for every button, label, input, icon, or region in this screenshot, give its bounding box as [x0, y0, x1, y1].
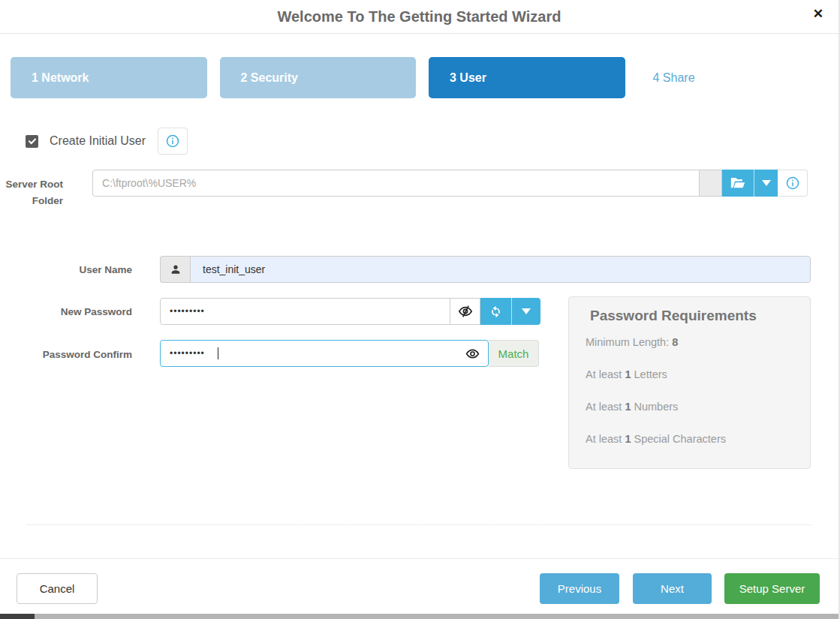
info-icon: [166, 134, 179, 148]
user-name-label: User Name: [0, 262, 132, 278]
folder-dropdown-button[interactable]: [754, 170, 778, 197]
user-name-input[interactable]: [190, 256, 811, 283]
tab-share[interactable]: 4 Share: [638, 57, 829, 98]
horizontal-scrollbar[interactable]: [0, 614, 838, 619]
user-addon: [160, 256, 190, 283]
check-icon: [28, 137, 37, 146]
cancel-button[interactable]: Cancel: [17, 573, 98, 604]
requirement-letters: At least 1 Letters: [586, 368, 795, 380]
wizard-steps: 1 Network 2 Security 3 User 4 Share: [11, 57, 828, 98]
setup-server-button[interactable]: Setup Server: [724, 573, 820, 604]
dialog-header: Welcome To The Getting Started Wizard ✕: [0, 0, 838, 34]
password-confirm-label: Password Confirm: [0, 347, 132, 363]
folder-icon: [730, 177, 745, 190]
create-initial-user-checkbox[interactable]: [26, 135, 38, 148]
password-confirm-group: Match: [160, 340, 539, 367]
password-options-dropdown-button[interactable]: [511, 298, 540, 325]
chevron-down-icon: [762, 180, 771, 186]
server-root-folder-group: [92, 170, 808, 197]
new-password-label: New Password: [0, 304, 132, 320]
password-requirements-panel: Password Requirements Minimum Length: 8 …: [568, 296, 811, 469]
server-root-spacer: [700, 170, 722, 197]
server-root-folder-input[interactable]: [92, 170, 700, 197]
close-icon[interactable]: ✕: [813, 6, 823, 23]
person-icon: [170, 263, 182, 275]
match-status-badge: Match: [489, 340, 539, 367]
generate-password-button[interactable]: [480, 298, 511, 325]
server-root-folder-label: Server Root Folder: [0, 176, 63, 209]
footer-separator: [0, 558, 838, 559]
text-cursor: [218, 347, 218, 359]
tab-network[interactable]: 1 Network: [11, 57, 207, 98]
tab-security[interactable]: 2 Security: [220, 57, 417, 98]
create-initial-user-label: Create Initial User: [50, 134, 146, 148]
info-icon: [786, 176, 799, 190]
requirement-min-length: Minimum Length: 8: [586, 336, 795, 348]
tab-user[interactable]: 3 User: [429, 57, 625, 98]
chevron-down-icon: [522, 308, 531, 314]
scrollbar-thumb[interactable]: [0, 614, 35, 619]
requirement-numbers: At least 1 Numbers: [586, 401, 795, 413]
next-button[interactable]: Next: [633, 573, 712, 604]
server-root-info-button[interactable]: [778, 170, 808, 197]
user-name-group: [160, 256, 811, 283]
password-confirm-wrap: [160, 340, 489, 367]
dotted-separator: [26, 524, 812, 525]
password-confirm-input[interactable]: [160, 340, 489, 367]
getting-started-wizard-dialog: Welcome To The Getting Started Wizard ✕ …: [0, 0, 840, 619]
previous-button[interactable]: Previous: [540, 573, 619, 604]
requirement-special: At least 1 Special Characters: [586, 433, 795, 445]
new-password-input[interactable]: [160, 298, 450, 325]
eye-slash-icon: [458, 305, 473, 318]
password-requirements-title: Password Requirements: [586, 308, 795, 324]
page-title: Welcome To The Getting Started Wizard: [0, 0, 838, 33]
refresh-icon: [489, 305, 502, 318]
create-user-info-button[interactable]: [158, 128, 188, 155]
toggle-password-visibility-button[interactable]: [450, 298, 480, 325]
eye-icon[interactable]: [465, 347, 480, 361]
browse-folder-button[interactable]: [722, 170, 754, 197]
create-initial-user-row: Create Initial User: [26, 128, 188, 155]
new-password-group: [160, 298, 540, 325]
